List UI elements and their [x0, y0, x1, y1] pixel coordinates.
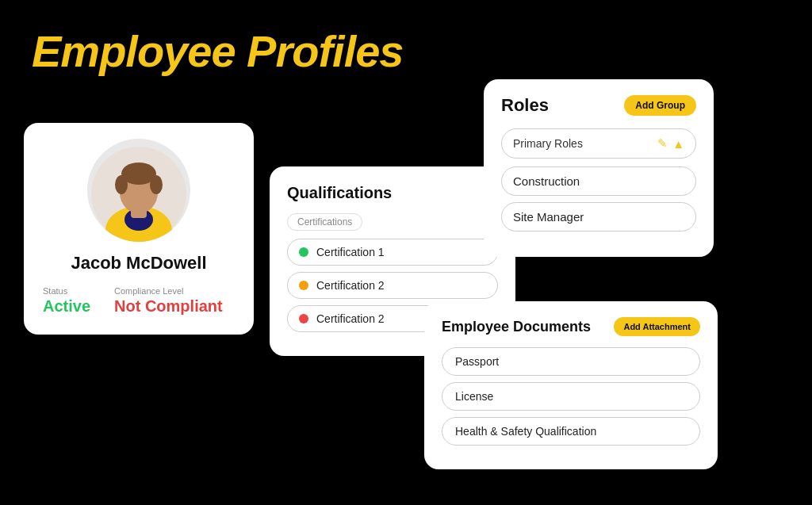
compliance-label: Compliance Level	[114, 286, 223, 296]
role-item-site-manager: Site Manager	[501, 202, 696, 231]
page-title: Employee Profiles	[32, 25, 404, 77]
role-label: Construction	[513, 174, 580, 188]
cert-item-1: Certification 1	[287, 239, 498, 266]
cert-status-dot-red	[299, 314, 308, 323]
cert-label-3: Certification 2	[316, 312, 385, 325]
status-value: Active	[43, 297, 90, 316]
doc-item-passport: Passport	[442, 347, 700, 376]
doc-label: Health & Safety Qualification	[455, 425, 596, 438]
documents-card: Employee Documents Add Attachment Passpo…	[424, 301, 718, 469]
profile-card: Jacob McDowell Status Active Compliance …	[24, 123, 254, 335]
primary-roles-icons: ✎ ▲	[657, 136, 684, 151]
roles-header: Roles Add Group	[501, 95, 696, 116]
compliance-meta: Compliance Level Not Compliant	[114, 286, 223, 316]
role-item-construction: Construction	[501, 166, 696, 196]
avatar	[87, 139, 190, 242]
svg-point-7	[150, 175, 163, 194]
compliance-value: Not Compliant	[114, 297, 223, 316]
status-label: Status	[43, 286, 90, 296]
profile-meta: Status Active Compliance Level Not Compl…	[43, 286, 235, 316]
roles-title: Roles	[501, 95, 549, 116]
doc-label: License	[455, 390, 493, 403]
cert-status-dot-orange	[299, 281, 308, 290]
qualifications-title: Qualifications	[287, 184, 498, 202]
doc-label: Passport	[455, 355, 499, 368]
edit-icon: ✎	[657, 136, 668, 151]
primary-roles-label: Primary Roles	[513, 137, 583, 150]
employee-name: Jacob McDowell	[71, 253, 206, 274]
cert-status-dot-green	[299, 247, 308, 257]
docs-header: Employee Documents Add Attachment	[442, 317, 700, 336]
doc-item-license: License	[442, 382, 700, 411]
add-group-button[interactable]: Add Group	[624, 95, 696, 116]
doc-item-health-safety: Health & Safety Qualification	[442, 417, 700, 446]
role-label: Site Manager	[513, 210, 584, 224]
primary-roles-row[interactable]: Primary Roles ✎ ▲	[501, 128, 696, 159]
cert-label-2: Certification 2	[316, 279, 385, 292]
cert-item-2: Certification 2	[287, 272, 498, 299]
svg-point-6	[115, 175, 128, 194]
certifications-label: Certifications	[287, 213, 362, 231]
add-attachment-button[interactable]: Add Attachment	[614, 317, 700, 336]
chevron-up-icon: ▲	[672, 137, 684, 151]
roles-card: Roles Add Group Primary Roles ✎ ▲ Constr…	[484, 79, 714, 257]
cert-label-1: Certification 1	[316, 246, 385, 258]
status-meta: Status Active	[43, 286, 90, 316]
documents-title: Employee Documents	[442, 319, 591, 335]
